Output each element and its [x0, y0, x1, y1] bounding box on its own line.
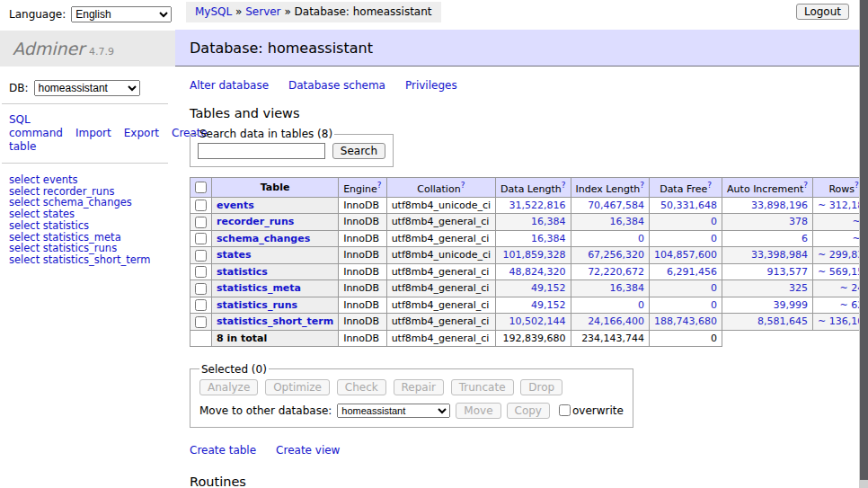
engine-cell: InnoDB [339, 263, 386, 280]
breadcrumb: MySQL » Server » Database: homeassistant [186, 2, 441, 22]
language-select[interactable]: English [71, 6, 172, 22]
table-name-link[interactable]: schema_changes [217, 233, 310, 244]
index-length-cell: 0 [571, 230, 650, 247]
rows-cell: ~ 3 [813, 230, 860, 247]
logo-version[interactable]: 4.7.9 [89, 46, 114, 58]
index-length-cell: 24,166,400 [571, 314, 650, 331]
data-free-help-link[interactable]: ? [707, 181, 712, 190]
search-legend: Search data in tables (8) [198, 128, 334, 140]
alter-database-link[interactable]: Alter database [190, 79, 269, 92]
check-all-checkbox[interactable] [195, 182, 207, 193]
table-name-link[interactable]: statistics_short_term [217, 315, 333, 327]
copy-button[interactable]: Copy [507, 403, 550, 419]
data-length-cell: 49,152 [496, 280, 571, 297]
table-name-cell: statistics [212, 263, 339, 280]
index-length-cell: 70,467,584 [571, 197, 650, 214]
total-index-length-cell: 234,143,744 [571, 330, 650, 346]
collation-cell: utf8mb4_general_ci [386, 263, 495, 280]
table-name-link[interactable]: statistics_meta [217, 282, 301, 294]
header-collation: Collation? [386, 178, 495, 198]
engine-cell: InnoDB [339, 230, 386, 247]
repair-button[interactable]: Repair [394, 379, 444, 395]
table-name-link[interactable]: statistics_runs [217, 299, 297, 311]
analyze-button[interactable]: Analyze [199, 379, 258, 395]
table-name-link[interactable]: states [217, 249, 252, 261]
index-length-cell: 67,256,320 [571, 247, 650, 264]
engine-help-link[interactable]: ? [377, 181, 382, 190]
index-length-help-link[interactable]: ? [640, 181, 644, 190]
rows-cell: ~ 628 [813, 297, 860, 314]
row-checkbox[interactable] [195, 233, 207, 244]
rows-cell: ~ 569,159 [813, 263, 860, 280]
language-row: Language: English [0, 0, 175, 22]
engine-cell: InnoDB [339, 197, 386, 214]
row-checkbox[interactable] [195, 299, 207, 311]
logout-button[interactable]: Logout [796, 4, 849, 20]
auto-increment-cell: 33,898,196 [722, 197, 813, 214]
row-checkbox[interactable] [195, 316, 207, 328]
search-fieldset: Search data in tables (8) Search [190, 128, 394, 167]
vertical-scrollbar[interactable] [859, 0, 868, 488]
table-name-link[interactable]: events [217, 200, 254, 211]
table-header-row: Table Engine? Collation? Data Length? In… [190, 178, 860, 198]
check-button[interactable]: Check [337, 379, 386, 395]
table-name-link[interactable]: recorder_runs [217, 216, 294, 227]
collation-help-link[interactable]: ? [461, 181, 465, 190]
auto-increment-help-link[interactable]: ? [803, 181, 808, 190]
index-length-cell: 16,384 [571, 280, 650, 297]
move-database-select[interactable]: homeassistant [337, 404, 450, 418]
export-link[interactable]: Export [124, 127, 159, 139]
auto-increment-cell: 913,577 [722, 263, 813, 280]
sql-command-link[interactable]: SQL command [9, 113, 63, 139]
data-length-help-link[interactable]: ? [562, 181, 566, 190]
tables-body: events InnoDB utf8mb4_unicode_ci 31,522,… [190, 197, 860, 330]
collation-cell: utf8mb4_unicode_ci [386, 197, 495, 214]
main-area: MySQL » Server » Database: homeassistant… [175, 0, 859, 488]
row-checkbox[interactable] [195, 266, 207, 278]
table-row: statistics_runs InnoDB utf8mb4_general_c… [190, 297, 860, 314]
import-link[interactable]: Import [75, 127, 111, 139]
db-select[interactable]: homeassistant [34, 80, 140, 96]
row-checkbox[interactable] [195, 283, 207, 295]
table-name-cell: states [212, 247, 339, 264]
move-row: Move to other database: homeassistant Mo… [199, 403, 624, 419]
sidebar-table-line: select statistics_short_term [9, 254, 175, 266]
data-free-cell: 0 [650, 297, 722, 314]
table-row: statistics_short_term InnoDB utf8mb4_gen… [190, 314, 860, 331]
table-name-cell: statistics_meta [212, 280, 339, 297]
search-button[interactable]: Search [332, 143, 385, 159]
row-check-cell [190, 230, 212, 247]
truncate-button[interactable]: Truncate [451, 379, 514, 395]
row-checkbox[interactable] [195, 200, 207, 211]
optimize-button[interactable]: Optimize [265, 379, 330, 395]
search-input[interactable] [198, 143, 325, 159]
auto-increment-cell: 39,999 [722, 297, 813, 314]
select-table-link[interactable]: select statistics_short_term [9, 253, 150, 266]
total-check-cell [190, 330, 212, 346]
drop-button[interactable]: Drop [520, 379, 562, 395]
breadcrumb-server-link[interactable]: Server [245, 5, 280, 18]
data-free-cell: 0 [650, 214, 722, 231]
engine-cell: InnoDB [339, 297, 386, 314]
data-free-cell: 188,743,680 [650, 314, 722, 331]
overwrite-checkbox[interactable] [559, 404, 571, 416]
table-row: statistics InnoDB utf8mb4_general_ci 48,… [190, 263, 860, 280]
move-button[interactable]: Move [456, 403, 500, 419]
index-length-cell: 72,220,672 [571, 263, 650, 280]
breadcrumb-mysql-link[interactable]: MySQL [195, 5, 232, 18]
engine-cell: InnoDB [339, 214, 386, 231]
row-checkbox[interactable] [195, 250, 207, 262]
scrollbar-thumb[interactable] [860, 0, 868, 480]
row-checkbox[interactable] [195, 217, 207, 228]
data-free-cell: 50,331,648 [650, 197, 722, 214]
table-name-link[interactable]: statistics [217, 266, 268, 278]
sidebar-divider-bottom [2, 163, 168, 164]
row-check-cell [190, 314, 212, 331]
create-view-link[interactable]: Create view [276, 444, 340, 457]
move-label: Move to other database: [199, 404, 332, 417]
privileges-link[interactable]: Privileges [405, 79, 457, 92]
create-table-link[interactable]: Create table [190, 444, 256, 457]
collation-cell: utf8mb4_general_ci [386, 280, 495, 297]
database-schema-link[interactable]: Database schema [288, 79, 385, 92]
row-check-cell [190, 197, 212, 214]
